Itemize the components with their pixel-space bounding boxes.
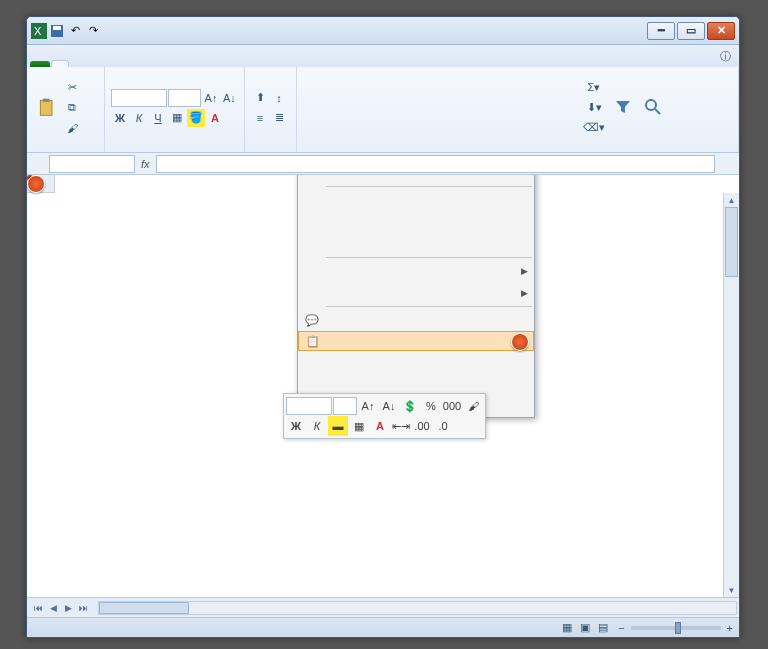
ctx-comment[interactable]: 💬 (298, 309, 534, 331)
font-color-icon[interactable]: A (370, 416, 390, 436)
ctx-define-name[interactable] (298, 373, 534, 395)
italic-icon[interactable]: К (130, 109, 148, 127)
titlebar: X ↶ ↷ ━ ▭ ✕ (27, 17, 739, 45)
close-button[interactable]: ✕ (707, 22, 735, 40)
underline-icon[interactable]: Ч (149, 109, 167, 127)
ribbon-tabs: ⓘ (27, 45, 739, 67)
ctx-clear[interactable] (298, 233, 534, 255)
view-layout-icon[interactable]: ▣ (576, 619, 594, 637)
align-top-icon[interactable]: ⬆ (251, 89, 269, 107)
save-icon[interactable] (49, 23, 65, 39)
currency-icon[interactable]: 💲 (400, 396, 420, 416)
svg-point-6 (646, 100, 656, 110)
tab-nav-prev-icon[interactable]: ◀ (46, 601, 60, 615)
font-size-combo[interactable] (168, 89, 201, 107)
scroll-up-icon[interactable]: ▲ (724, 193, 739, 207)
align-mid-icon[interactable]: ↕ (270, 89, 288, 107)
tab-home[interactable] (51, 60, 69, 67)
font-color-icon[interactable]: A (206, 109, 224, 127)
cut-icon[interactable]: ✂ (63, 79, 81, 97)
zoom-slider[interactable] (631, 626, 721, 630)
bold-icon[interactable]: Ж (111, 109, 129, 127)
group-font: A↑ A↓ Ж К Ч ▦ 🪣 A (105, 67, 245, 152)
merge-icon[interactable]: ⇤⇥ (391, 416, 411, 436)
copy-icon[interactable]: ⧉ (63, 99, 81, 117)
svg-rect-4 (40, 100, 52, 115)
zoom-in-icon[interactable]: + (727, 622, 733, 634)
redo-icon[interactable]: ↷ (85, 23, 101, 39)
align-left-icon[interactable]: ≡ (251, 109, 269, 127)
ctx-dropdown-pick[interactable] (298, 351, 534, 373)
ctx-format-cells[interactable]: 📋 (298, 331, 534, 351)
fill-color-icon[interactable]: 🪣 (187, 109, 205, 127)
fill-icon[interactable]: ⬇▾ (585, 99, 603, 117)
group-alignment: ⬆↕ ≡≣ (245, 67, 297, 152)
tab-nav-next-icon[interactable]: ▶ (61, 601, 75, 615)
group-label (585, 146, 732, 150)
ctx-sort[interactable]: ▶ (298, 282, 534, 304)
name-box[interactable] (49, 155, 135, 173)
italic-icon[interactable]: К (307, 416, 327, 436)
svg-rect-3 (53, 26, 61, 30)
paste-button[interactable] (33, 95, 61, 121)
shrink-font-icon[interactable]: A↓ (379, 396, 399, 416)
view-normal-icon[interactable]: ▦ (558, 619, 576, 637)
tab-nav-last-icon[interactable]: ⏭ (76, 601, 90, 615)
grow-font-icon[interactable]: A↑ (202, 89, 219, 107)
scroll-down-icon[interactable]: ▼ (724, 583, 739, 597)
fill-color-icon[interactable]: ▬ (328, 416, 348, 436)
formula-bar: fx (27, 153, 739, 175)
shrink-font-icon[interactable]: A↓ (221, 89, 238, 107)
horizontal-scrollbar[interactable] (98, 601, 737, 615)
minimize-button[interactable]: ━ (647, 22, 675, 40)
group-label (33, 146, 98, 150)
group-clipboard: ✂ ⧉ 🖌 (27, 67, 105, 152)
font-name-combo[interactable] (111, 89, 167, 107)
undo-icon[interactable]: ↶ (67, 23, 83, 39)
context-menu: ✂ ⧉ ▶ ▶ 💬 📋 🔗 (297, 175, 535, 418)
comment-icon: 💬 (304, 312, 320, 328)
find-select-button[interactable] (639, 95, 667, 121)
group-label (111, 146, 238, 150)
align-center-icon[interactable]: ≣ (270, 109, 288, 127)
bold-icon[interactable]: Ж (286, 416, 306, 436)
sheet-tab-bar: ⏮ ◀ ▶ ⏭ (27, 597, 739, 617)
window-buttons: ━ ▭ ✕ (647, 22, 739, 40)
scroll-thumb[interactable] (725, 207, 738, 277)
maximize-button[interactable]: ▭ (677, 22, 705, 40)
border-icon[interactable]: ▦ (168, 109, 186, 127)
vertical-scrollbar[interactable]: ▲ ▼ (723, 193, 739, 597)
format-icon: 📋 (305, 333, 321, 349)
chevron-right-icon: ▶ (521, 288, 528, 298)
mini-font-combo[interactable] (286, 397, 332, 415)
zoom-out-icon[interactable]: − (618, 622, 624, 634)
clear-icon[interactable]: ⌫▾ (585, 119, 603, 137)
fx-icon[interactable]: fx (135, 158, 156, 170)
ctx-filter[interactable]: ▶ (298, 260, 534, 282)
tab-nav-first-icon[interactable]: ⏮ (31, 601, 45, 615)
sort-filter-button[interactable] (609, 95, 637, 121)
thousands-icon[interactable]: 000 (442, 396, 462, 416)
mini-size-combo[interactable] (333, 397, 357, 415)
formula-input[interactable] (156, 155, 715, 173)
border-icon[interactable]: ▦ (349, 416, 369, 436)
svg-text:X: X (34, 25, 42, 37)
ctx-delete[interactable] (298, 211, 534, 233)
grow-font-icon[interactable]: A↑ (358, 396, 378, 416)
percent-icon[interactable]: % (421, 396, 441, 416)
callout-2 (511, 333, 529, 351)
excel-window: X ↶ ↷ ━ ▭ ✕ ⓘ (26, 16, 740, 638)
mini-toolbar: A↑ A↓ 💲 % 000 🖌 Ж К ▬ ▦ A ⇤⇥ .00 .0 (283, 393, 486, 439)
autosum-icon[interactable]: Σ▾ (585, 79, 603, 97)
quick-access-toolbar: X ↶ ↷ (27, 23, 105, 39)
ctx-insert[interactable] (298, 189, 534, 211)
scroll-thumb[interactable] (99, 602, 189, 614)
ribbon-help-icon[interactable]: ⓘ (712, 46, 739, 67)
format-painter-icon[interactable]: 🖌 (63, 119, 81, 137)
format-painter-icon[interactable]: 🖌 (463, 396, 483, 416)
decrease-decimal-icon[interactable]: .0 (433, 416, 453, 436)
increase-decimal-icon[interactable]: .00 (412, 416, 432, 436)
view-pagebreak-icon[interactable]: ▤ (594, 619, 612, 637)
worksheet-grid[interactable]: ✂ ⧉ ▶ ▶ 💬 📋 🔗 A↑ (27, 175, 739, 597)
chevron-right-icon: ▶ (521, 266, 528, 276)
